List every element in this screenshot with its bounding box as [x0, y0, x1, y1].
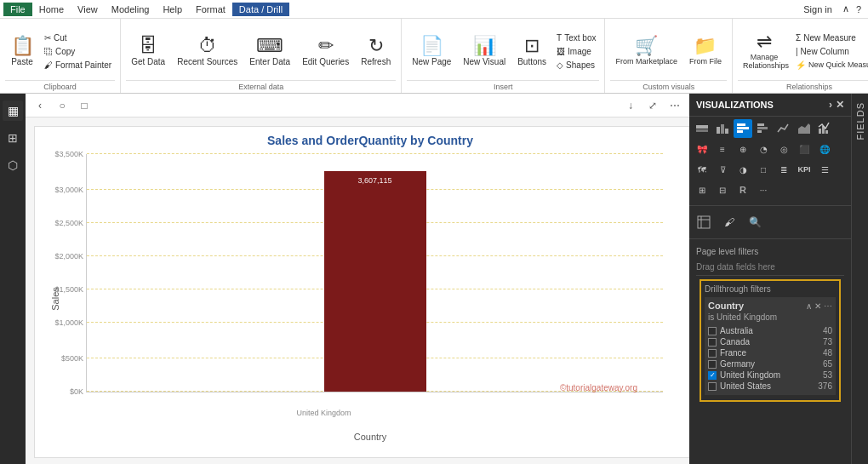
fields-label[interactable]: FIELDS [855, 102, 865, 140]
viz-treemap[interactable]: ⬛ [795, 140, 814, 158]
viz-multi-row-card[interactable]: ≣ [774, 160, 793, 179]
viz-donut[interactable]: ◎ [774, 140, 793, 158]
edit-queries-btn[interactable]: ✏ Edit Queries [297, 33, 354, 70]
new-page-btn[interactable]: 📄 New Page [407, 33, 456, 70]
cut-btn[interactable]: ✂ Cut [41, 32, 115, 44]
count-uk: 53 [823, 370, 832, 380]
svg-rect-0 [696, 125, 708, 129]
menu-data-drill[interactable]: Data / Drill [232, 3, 289, 16]
paste-btn[interactable]: 📋 Paste [5, 33, 39, 70]
report-view-btn[interactable]: ▦ [3, 100, 23, 121]
enter-data-btn[interactable]: ⌨ Enter Data [244, 33, 295, 70]
menu-home[interactable]: Home [32, 3, 71, 16]
new-column-btn[interactable]: | New Column [792, 45, 868, 58]
viz-map[interactable]: 🌐 [815, 140, 834, 158]
viz-stacked-bar[interactable] [693, 119, 711, 138]
data-view-btn[interactable]: ⊞ [3, 128, 23, 148]
checkbox-australia[interactable] [708, 327, 717, 335]
viz-line-clustered[interactable] [815, 119, 834, 138]
manage-relationships-btn[interactable]: ⇌ Manage Relationships [738, 29, 791, 73]
viz-waterfall[interactable]: ≡ [713, 140, 732, 158]
format-painter-icon: 🖌 [44, 60, 53, 70]
viz-matrix[interactable]: ⊟ [713, 180, 732, 199]
new-page-label: New Page [412, 57, 451, 66]
viz-filled-map[interactable]: 🗺 [693, 160, 711, 179]
circle-btn[interactable]: ○ [53, 96, 71, 115]
expand-view-btn[interactable]: ⤢ [643, 96, 662, 115]
image-btn[interactable]: 🖼 Image [553, 45, 599, 58]
viz-line[interactable] [774, 119, 793, 138]
back-btn[interactable]: ‹ [31, 96, 49, 115]
textbox-btn[interactable]: T Text box [553, 32, 599, 44]
fields-panel[interactable]: FIELDS [851, 94, 868, 464]
menu-view[interactable]: View [71, 3, 105, 16]
ribbon-insert: 📄 New Page 📊 New Visual ⊡ Buttons T Text… [402, 19, 605, 93]
viz-format-tab[interactable]: 🖌 [718, 211, 740, 233]
menu-help[interactable]: Help [156, 3, 189, 16]
filter-collapse-btn[interactable]: ∧ [806, 301, 812, 311]
viz-area[interactable] [795, 119, 814, 138]
viz-more[interactable]: ··· [754, 180, 773, 199]
help-btn[interactable]: ? [853, 4, 865, 14]
from-file-btn[interactable]: 📁 From File [684, 33, 727, 69]
viz-pie[interactable]: ◔ [754, 140, 773, 158]
manage-relationships-label: Manage Relationships [743, 53, 785, 70]
checkbox-canada[interactable] [708, 338, 717, 347]
viz-ribbon[interactable]: 🎀 [693, 140, 711, 158]
viz-card[interactable]: □ [754, 160, 773, 179]
square-btn[interactable]: □ [75, 96, 94, 115]
refresh-btn[interactable]: ↻ Refresh [356, 33, 396, 70]
expand-btn[interactable]: ∧ [839, 3, 853, 14]
shapes-btn[interactable]: ◇ Shapes [553, 59, 599, 72]
viz-fields-tab[interactable] [693, 211, 715, 233]
svg-rect-6 [737, 127, 749, 129]
menu-file[interactable]: File [3, 3, 32, 16]
filter-item-uk: United Kingdom 53 [708, 369, 832, 381]
viz-clustered-bar[interactable] [713, 119, 732, 138]
get-data-btn[interactable]: 🗄 Get Data [126, 33, 170, 70]
viz-kpi[interactable]: KPI [795, 160, 814, 179]
buttons-btn[interactable]: ⊡ Buttons [512, 33, 551, 70]
checkbox-uk[interactable] [708, 371, 717, 380]
svg-rect-5 [737, 123, 745, 126]
download-btn[interactable]: ↓ [621, 96, 640, 115]
label-france: France [720, 348, 746, 358]
more-btn[interactable]: ⋯ [665, 96, 684, 115]
filter-clear-btn[interactable]: ✕ [814, 301, 821, 311]
enter-data-label: Enter Data [249, 57, 290, 66]
left-sidebar: ▦ ⊞ ⬡ [0, 94, 26, 464]
new-quick-measure-btn[interactable]: ⚡ New Quick Measure [792, 59, 868, 72]
filter-more-btn[interactable]: ⋯ [824, 301, 832, 311]
viz-r-visual[interactable]: R [734, 180, 752, 199]
menu-modeling[interactable]: Modeling [105, 3, 157, 16]
viz-analytics-tab[interactable]: 🔍 [744, 211, 766, 233]
viz-funnel[interactable]: ⊽ [713, 160, 732, 179]
clipboard-title: Clipboard [5, 80, 115, 91]
checkbox-us[interactable] [708, 382, 717, 391]
svg-rect-4 [725, 129, 728, 134]
filter-card-header: Country ∧ ✕ ⋯ [708, 301, 832, 311]
viz-expand-btn[interactable]: › [829, 99, 832, 111]
copy-btn[interactable]: ⿻ Copy [41, 45, 115, 58]
textbox-label: Text box [564, 33, 596, 43]
checkbox-germany[interactable] [708, 360, 717, 369]
viz-gauge[interactable]: ◑ [734, 160, 752, 179]
viz-table[interactable]: ⊞ [693, 180, 711, 199]
viz-scatter[interactable]: ⊕ [734, 140, 752, 158]
model-view-btn[interactable]: ⬡ [3, 155, 23, 175]
viz-stacked-bar-h[interactable] [734, 119, 752, 138]
sign-in[interactable]: Sign in [797, 4, 839, 14]
checkbox-france[interactable] [708, 349, 717, 358]
viz-slicer[interactable]: ☰ [815, 160, 834, 179]
new-measure-btn[interactable]: Σ New Measure [792, 32, 868, 44]
filter-item-australia: Australia 40 [708, 325, 832, 336]
from-marketplace-btn[interactable]: 🛒 From Marketplace [610, 33, 682, 69]
viz-close-btn[interactable]: ✕ [836, 99, 844, 111]
format-painter-btn[interactable]: 🖌 Format Painter [41, 59, 115, 72]
enter-data-icon: ⌨ [256, 37, 283, 55]
menu-format[interactable]: Format [189, 3, 232, 16]
new-visual-btn[interactable]: 📊 New Visual [458, 33, 511, 70]
viz-clustered-h[interactable] [754, 119, 773, 138]
relationships-buttons: ⇌ Manage Relationships Σ New Measure | N… [738, 22, 868, 80]
recent-sources-btn[interactable]: ⏱ Recent Sources [172, 33, 243, 70]
